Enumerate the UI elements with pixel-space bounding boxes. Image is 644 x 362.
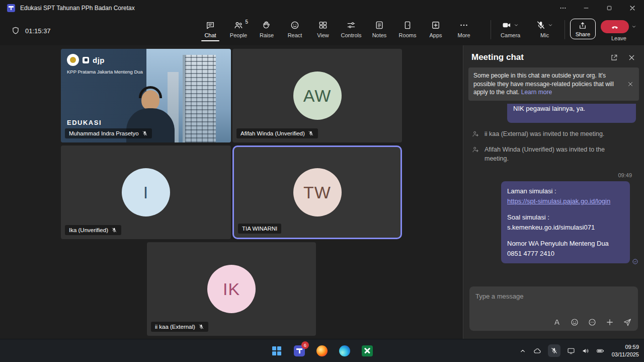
toolbar-view-button[interactable]: View [309, 19, 337, 38]
toolbar-rooms-label: Rooms [399, 32, 417, 38]
toolbar-rooms-button[interactable]: Rooms [393, 19, 422, 38]
meeting-chat-panel: Meeting chat Some people in this chat ar… [463, 45, 644, 339]
message-input[interactable] [469, 286, 638, 300]
display-icon[interactable] [567, 347, 575, 355]
share-label: Share [576, 31, 590, 37]
external-users-notice: Some people in this chat are outside you… [468, 67, 639, 101]
notes-icon [374, 20, 384, 30]
toolbar-chat-button[interactable]: Chat [196, 19, 224, 38]
ministry-emblem-logo [67, 54, 79, 66]
participant-name: ii kaa (External) [155, 324, 195, 330]
titlebar-more-button[interactable] [551, 0, 575, 16]
onedrive-cloud-icon[interactable] [533, 347, 541, 355]
person-add-icon [471, 146, 479, 154]
battery-icon[interactable] [596, 347, 604, 355]
toolbar-controls-button[interactable]: Controls [337, 19, 365, 38]
minimize-button[interactable] [575, 0, 598, 16]
teams-meeting-window: Edukasi SPT Tahunan PPh Badan Coretax 01… [0, 0, 644, 362]
toolbar-chat-label: Chat [204, 32, 216, 38]
own-chat-message: Laman simulasi : https://spt-simulasi.pa… [501, 181, 630, 263]
send-message-icon[interactable] [623, 318, 632, 327]
taskbar-firefox-button[interactable] [312, 341, 332, 361]
person-add-icon [471, 130, 479, 138]
edge-icon [339, 345, 350, 356]
controls-sliders-icon [346, 20, 356, 30]
chat-message-row: Laman simulasi : https://spt-simulasi.pa… [471, 181, 636, 263]
mic-muted-icon [308, 130, 314, 136]
taskbar-edge-button[interactable] [335, 341, 355, 361]
taskbar-clock[interactable]: 09:59 03/11/2025 [612, 343, 639, 358]
toolbar-center: Chat 5 People Raise React View Contro [196, 19, 478, 38]
maximize-button[interactable] [598, 0, 621, 16]
message-compose-box[interactable] [469, 286, 638, 331]
taskbar-teams-button[interactable]: 6 [289, 341, 309, 361]
attach-plus-icon[interactable] [605, 318, 614, 327]
toolbar-raise-label: Raise [260, 32, 274, 38]
system-message-text: ii kaa (External) was invited to the mee… [485, 129, 604, 138]
speaker-icon[interactable] [582, 347, 590, 355]
emoji-icon[interactable] [570, 318, 579, 327]
toolbar-apps-button[interactable]: Apps [422, 19, 450, 38]
video-tile-active-speaker[interactable]: TW TIA WINARNI [232, 146, 402, 239]
djp-logo-icon [83, 57, 89, 63]
system-message: ii kaa (External) was invited to the mee… [471, 129, 636, 138]
format-text-icon[interactable] [552, 318, 561, 327]
hang-up-icon [610, 22, 619, 31]
avatar: TW [293, 168, 342, 216]
simulation-link[interactable]: https://spt-simulasi.pajak.go.id/login [507, 196, 610, 206]
toolbar-separator [491, 20, 491, 39]
mic-label: Mic [540, 32, 549, 38]
tray-chevron-up-icon[interactable] [519, 347, 527, 355]
toolbar-raise-button[interactable]: Raise [253, 19, 281, 38]
toolbar-more-button[interactable]: More [450, 19, 478, 38]
teams-app-icon [7, 4, 15, 12]
participant-name-label: ii kaa (External) [151, 322, 208, 332]
apps-icon [431, 20, 441, 30]
meeting-timer: 01:15:37 [25, 27, 51, 35]
leave-button[interactable] [601, 20, 629, 33]
toolbar-separator [565, 20, 565, 39]
tray-mic-muted-button[interactable] [548, 344, 560, 357]
toolbar-react-label: React [288, 32, 302, 38]
video-tile-participant[interactable]: I Ika (Unverified) [61, 146, 231, 239]
video-tile-presenter[interactable]: djp KPP Pratama Jakarta Menteng Dua EDUK… [61, 49, 231, 142]
chat-message-list[interactable]: NIK pegawai lainnya, ya. ii kaa (Externa… [463, 101, 644, 281]
video-tile-participant[interactable]: AW Afifah Winda (Unverified) [232, 49, 402, 142]
office-name-text: KPP Pratama Jakarta Menteng Dua [67, 69, 143, 75]
message-line: Nomor WA Penyuluh Menteng Dua [507, 239, 624, 249]
windows-logo-icon [272, 346, 281, 355]
chat-panel-title: Meeting chat [471, 52, 610, 62]
share-button[interactable]: Share [570, 19, 596, 39]
leave-chevron-down-icon[interactable] [631, 24, 637, 30]
edukasi-caption: EDUKASI [67, 119, 102, 126]
dismiss-notice-icon[interactable] [627, 81, 634, 88]
close-button[interactable] [621, 0, 644, 16]
view-grid-icon [318, 20, 328, 30]
learn-more-link[interactable]: Learn more [521, 89, 552, 96]
participant-name: Ika (Unverified) [69, 227, 108, 233]
start-button[interactable] [267, 341, 287, 361]
toolbar-react-button[interactable]: React [281, 19, 309, 38]
people-icon [233, 20, 244, 30]
share-screen-icon [578, 21, 587, 30]
mic-button[interactable]: Mic [530, 19, 559, 38]
toolbar-people-button[interactable]: 5 People [224, 19, 253, 38]
message-suggestions-icon[interactable] [588, 318, 597, 327]
video-tile-participant[interactable]: IK ii kaa (External) [147, 242, 316, 336]
mic-chevron-down-icon[interactable] [547, 22, 553, 28]
camera-chevron-down-icon[interactable] [513, 22, 519, 28]
avatar: IK [207, 265, 256, 313]
participant-name-label: Muhammad Indra Prasetyo [65, 128, 152, 138]
camera-button[interactable]: Camera [496, 19, 525, 38]
system-message-text: Afifah Winda (Unverified) was invited to… [485, 145, 623, 163]
mic-muted-icon [536, 20, 546, 30]
toolbar-view-label: View [317, 32, 329, 38]
shield-icon [11, 26, 20, 35]
message-timestamp: 09:49 [471, 172, 632, 178]
close-chat-icon[interactable] [627, 53, 636, 62]
participant-name-label: Afifah Winda (Unverified) [236, 128, 318, 138]
toolbar-notes-label: Notes [372, 32, 387, 38]
toolbar-notes-button[interactable]: Notes [365, 19, 393, 38]
taskbar-excel-button[interactable] [357, 341, 377, 361]
popout-chat-icon[interactable] [610, 53, 618, 62]
